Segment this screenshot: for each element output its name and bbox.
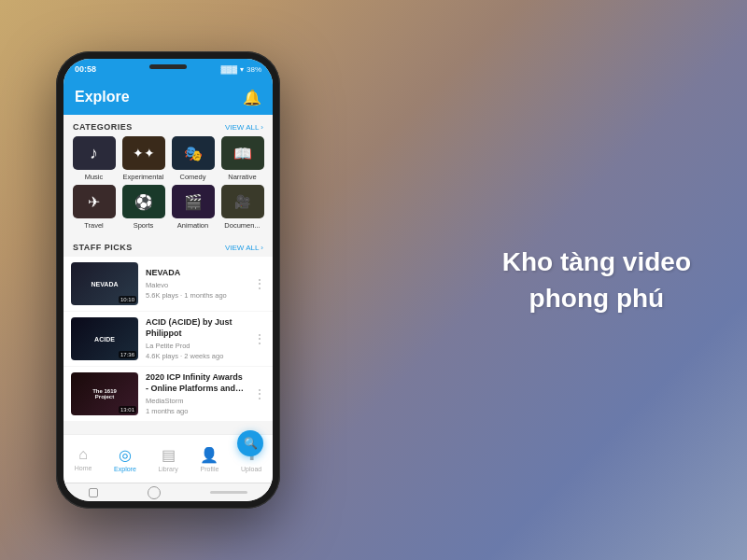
narrative-icon: 📖 xyxy=(233,145,252,162)
category-thumb-documentary: 🎥 xyxy=(221,185,264,218)
experimental-icon: ✦✦ xyxy=(133,146,155,161)
video-thumb-icp: The 1619 Project 13:01 xyxy=(71,372,138,415)
category-label-travel: Travel xyxy=(84,221,104,230)
music-icon: ♪ xyxy=(90,144,98,163)
video-item-icp[interactable]: The 1619 Project 13:01 2020 ICP Infinity… xyxy=(63,367,273,421)
status-time: 00:58 xyxy=(75,64,96,74)
thumb-text-nevada: NEVADA xyxy=(91,281,118,287)
video-thumb-nevada: NEVADA 10:10 xyxy=(71,262,138,305)
category-item-documentary[interactable]: 🎥 Documen... xyxy=(219,185,265,230)
sports-icon: ⚽ xyxy=(134,193,153,211)
staff-picks-view-all[interactable]: VIEW ALL › xyxy=(225,244,263,252)
nav-label-upload: Upload xyxy=(241,466,261,472)
category-grid: ♪ Music ✦✦ Experimental 🎭 xyxy=(63,136,273,235)
category-label-animation: Animation xyxy=(177,221,208,230)
animation-icon: 🎬 xyxy=(184,193,203,211)
category-item-experimental[interactable]: ✦✦ Experimental xyxy=(120,136,166,181)
phone-device: 00:58 ▓▓▓ ▾ 38% Explore 🔔 CATEGORIES VIE… xyxy=(56,51,280,509)
thumb-text-acid: ACIDE xyxy=(94,336,115,343)
category-item-animation[interactable]: 🎬 Animation xyxy=(170,185,216,230)
more-options-nevada[interactable]: ⋮ xyxy=(254,277,265,290)
nav-label-explore: Explore xyxy=(114,466,136,472)
category-item-sports[interactable]: ⚽ Sports xyxy=(120,185,166,230)
battery-text: 38% xyxy=(247,65,261,74)
promo-line1: Kho tàng video xyxy=(502,244,691,280)
nav-label-library: Library xyxy=(158,466,177,472)
recents-button xyxy=(210,491,247,494)
category-label-sports: Sports xyxy=(134,221,154,230)
nav-item-home[interactable]: ⌂ Home xyxy=(75,446,92,471)
nav-item-profile[interactable]: 👤 Profile xyxy=(200,446,218,472)
home-button xyxy=(148,486,161,499)
video-plays-nevada: 5.6K plays · 1 months ago xyxy=(146,291,247,300)
categories-view-all[interactable]: VIEW ALL › xyxy=(225,123,263,132)
phone-screen: 00:58 ▓▓▓ ▾ 38% Explore 🔔 CATEGORIES VIE… xyxy=(63,59,273,501)
video-channel-icp: MediaStorm xyxy=(146,397,247,405)
promo-text: Kho tàng video phong phú xyxy=(502,244,691,316)
video-info-icp: 2020 ICP Infinity Awards - Online Platfo… xyxy=(146,372,247,414)
home-icon: ⌂ xyxy=(78,446,88,463)
video-plays-icp: 1 months ago xyxy=(146,407,247,415)
video-list: NEVADA 10:10 NEVADA Malevo 5.6K plays · … xyxy=(63,257,273,421)
page-wrapper: Kho tàng video phong phú 00:58 ▓▓▓ ▾ 38%… xyxy=(0,0,747,560)
documentary-icon: 🎥 xyxy=(234,194,250,209)
category-thumb-comedy: 🎭 xyxy=(172,136,215,170)
app-header: Explore 🔔 xyxy=(63,79,273,115)
video-channel-acid: La Petite Prod xyxy=(146,342,247,350)
bell-icon[interactable]: 🔔 xyxy=(243,89,261,106)
explore-icon: ◎ xyxy=(119,446,132,464)
category-label-music: Music xyxy=(85,173,104,181)
category-item-comedy[interactable]: 🎭 Comedy xyxy=(170,136,216,181)
phone-speaker xyxy=(149,64,187,69)
categories-title: CATEGORIES xyxy=(73,122,133,132)
category-item-music[interactable]: ♪ Music xyxy=(71,136,117,181)
video-info-acid: ACID (ACIDE) by Just Philippot La Petite… xyxy=(146,317,247,359)
category-thumb-music: ♪ xyxy=(73,136,116,170)
category-thumb-experimental: ✦✦ xyxy=(122,136,165,170)
video-item-nevada[interactable]: NEVADA 10:10 NEVADA Malevo 5.6K plays · … xyxy=(63,257,273,311)
signal-icon: ▓▓▓ xyxy=(220,65,237,74)
video-title-icp: 2020 ICP Infinity Awards - Online Platfo… xyxy=(146,372,247,394)
staff-picks-header: STAFF PICKS VIEW ALL › xyxy=(63,235,273,257)
staff-picks-title: STAFF PICKS xyxy=(73,243,133,252)
category-item-travel[interactable]: ✈ Travel xyxy=(71,185,117,230)
video-info-nevada: NEVADA Malevo 5.6K plays · 1 months ago xyxy=(146,268,247,300)
app-content: CATEGORIES VIEW ALL › ♪ Music ✦✦ xyxy=(63,115,273,434)
categories-header: CATEGORIES VIEW ALL › xyxy=(63,115,273,136)
category-thumb-travel: ✈ xyxy=(73,185,116,218)
phone-bottom-bar xyxy=(63,483,273,501)
nav-label-profile: Profile xyxy=(200,466,218,472)
category-label-documentary: Documen... xyxy=(224,221,260,230)
video-title-nevada: NEVADA xyxy=(146,268,247,279)
thumb-text-icp: The 1619 Project xyxy=(92,388,117,399)
nav-item-library[interactable]: ▤ Library xyxy=(158,446,177,472)
travel-icon: ✈ xyxy=(88,193,100,211)
library-icon: ▤ xyxy=(162,446,176,464)
more-options-acid[interactable]: ⋮ xyxy=(254,332,265,345)
nav-item-explore[interactable]: ◎ Explore xyxy=(114,446,136,472)
comedy-icon: 🎭 xyxy=(184,145,203,162)
category-label-comedy: Comedy xyxy=(180,173,206,181)
video-duration-nevada: 10:10 xyxy=(119,296,136,303)
search-fab[interactable]: 🔍 xyxy=(237,430,263,434)
promo-line2: phong phú xyxy=(502,280,691,316)
category-item-narrative[interactable]: 📖 Narrative xyxy=(219,136,265,181)
video-plays-acid: 4.6K plays · 2 weeks ago xyxy=(146,352,247,360)
wifi-icon: ▾ xyxy=(240,65,244,74)
category-thumb-narrative: 📖 xyxy=(221,136,264,170)
status-right: ▓▓▓ ▾ 38% xyxy=(220,65,261,74)
category-label-narrative: Narrative xyxy=(228,173,256,181)
video-item-acid[interactable]: ACIDE 17:36 ACID (ACIDE) by Just Philipp… xyxy=(63,312,273,366)
category-thumb-animation: 🎬 xyxy=(172,185,215,218)
category-thumb-sports: ⚽ xyxy=(122,185,165,218)
nav-label-home: Home xyxy=(75,465,92,471)
video-duration-acid: 17:36 xyxy=(119,351,136,358)
back-button xyxy=(89,488,98,497)
more-options-icp[interactable]: ⋮ xyxy=(254,387,265,400)
video-channel-nevada: Malevo xyxy=(146,281,247,289)
app-title: Explore xyxy=(75,89,130,105)
profile-icon: 👤 xyxy=(200,446,218,464)
video-title-acid: ACID (ACIDE) by Just Philippot xyxy=(146,317,247,339)
status-bar: 00:58 ▓▓▓ ▾ 38% xyxy=(63,59,273,79)
video-duration-icp: 13:01 xyxy=(119,406,136,413)
